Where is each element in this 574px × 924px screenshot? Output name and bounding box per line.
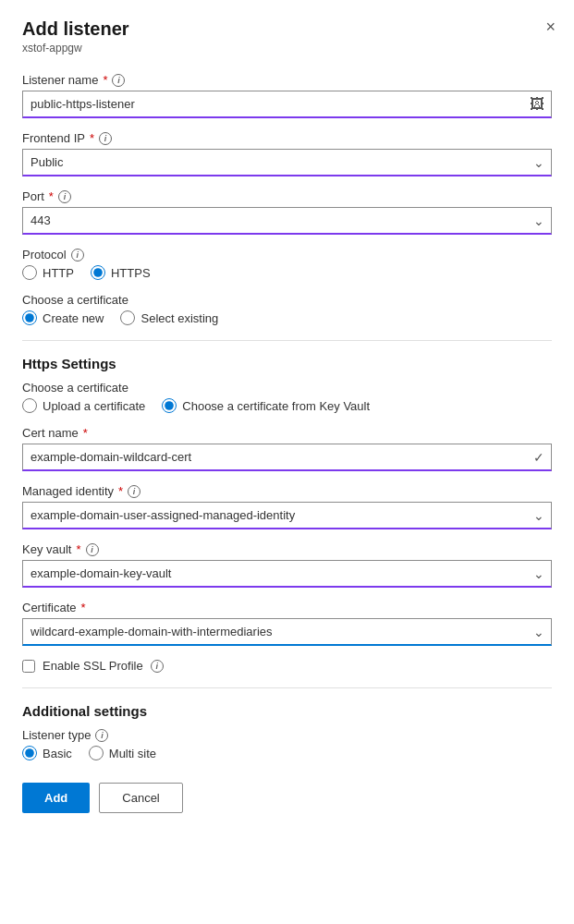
upload-cert-option[interactable]: Upload a certificate — [22, 398, 145, 413]
port-required: * — [49, 189, 54, 203]
managed-identity-info-icon[interactable]: i — [128, 485, 140, 498]
port-text: Port — [22, 189, 44, 203]
key-vault-select[interactable]: example-domain-key-vault — [22, 560, 552, 588]
frontend-ip-label: Frontend IP * i — [22, 131, 552, 145]
frontend-ip-text: Frontend IP — [22, 131, 85, 145]
certificate-select[interactable]: wildcard-example-domain-with-intermediar… — [22, 618, 552, 646]
choose-certificate-radio-group: Create new Select existing — [22, 310, 552, 325]
create-new-option[interactable]: Create new — [22, 310, 104, 325]
select-existing-option[interactable]: Select existing — [120, 310, 218, 325]
cert-name-input[interactable] — [22, 444, 552, 471]
cancel-button[interactable]: Cancel — [99, 783, 182, 813]
keyvault-cert-radio[interactable] — [162, 398, 177, 413]
ssl-profile-group: Enable SSL Profile i — [22, 659, 552, 673]
choose-certificate-label: Choose a certificate — [22, 293, 552, 307]
certificate-required: * — [81, 601, 86, 614]
listener-name-icon: 🖼 — [530, 96, 544, 113]
basic-option[interactable]: Basic — [22, 746, 72, 760]
managed-identity-text: Managed identity — [22, 484, 114, 498]
cert-name-input-wrapper: ✓ — [22, 444, 552, 471]
basic-radio[interactable] — [22, 746, 37, 760]
select-existing-radio[interactable] — [120, 310, 135, 325]
certificate-label: Certificate * — [22, 601, 552, 614]
managed-identity-select-wrapper: example-domain-user-assigned-managed-ide… — [22, 502, 552, 529]
protocol-https-label: HTTPS — [111, 266, 151, 280]
managed-identity-select[interactable]: example-domain-user-assigned-managed-ide… — [22, 502, 552, 529]
listener-name-info-icon[interactable]: i — [112, 74, 125, 87]
listener-type-info-icon[interactable]: i — [95, 729, 108, 742]
keyvault-cert-option[interactable]: Choose a certificate from Key Vault — [162, 398, 370, 413]
managed-identity-required: * — [118, 484, 123, 498]
https-choose-cert-group: Choose a certificate Upload a certificat… — [22, 381, 552, 413]
listener-name-required: * — [103, 73, 107, 87]
close-button[interactable]: × — [545, 18, 556, 35]
divider-1 — [22, 340, 552, 341]
key-vault-group: Key vault * i example-domain-key-vault ⌄ — [22, 542, 552, 588]
ssl-profile-label: Enable SSL Profile — [43, 659, 143, 673]
key-vault-info-icon[interactable]: i — [86, 543, 99, 556]
cert-name-text: Cert name — [22, 426, 79, 440]
port-label: Port * i — [22, 189, 552, 203]
key-vault-select-wrapper: example-domain-key-vault ⌄ — [22, 560, 552, 588]
frontend-ip-select[interactable]: Public Private — [22, 149, 552, 176]
listener-name-input-wrapper: 🖼 — [22, 91, 552, 118]
add-listener-panel: Add listener xstof-appgw × Listener name… — [0, 0, 574, 924]
cert-name-label: Cert name * — [22, 426, 552, 440]
ssl-profile-checkbox[interactable] — [22, 660, 35, 673]
frontend-ip-info-icon[interactable]: i — [99, 132, 112, 145]
listener-name-input[interactable] — [22, 91, 552, 118]
select-existing-label: Select existing — [140, 311, 218, 325]
footer-buttons: Add Cancel — [22, 783, 552, 813]
panel-title: Add listener — [22, 18, 552, 40]
protocol-label: Protocol i — [22, 248, 552, 261]
certificate-group: Certificate * wildcard-example-domain-wi… — [22, 601, 552, 646]
choose-certificate-group: Choose a certificate Create new Select e… — [22, 293, 552, 325]
cert-name-required: * — [83, 426, 88, 440]
managed-identity-label: Managed identity * i — [22, 484, 552, 498]
cert-name-group: Cert name * ✓ — [22, 426, 552, 471]
additional-settings-heading: Additional settings — [22, 703, 552, 719]
protocol-https-option[interactable]: HTTPS — [91, 265, 151, 280]
certificate-text: Certificate — [22, 601, 77, 614]
upload-cert-radio[interactable] — [22, 398, 37, 413]
port-info-icon[interactable]: i — [58, 190, 71, 203]
protocol-http-option[interactable]: HTTP — [22, 265, 74, 280]
frontend-ip-required: * — [90, 131, 94, 145]
protocol-group: Protocol i HTTP HTTPS — [22, 248, 552, 280]
add-button[interactable]: Add — [22, 783, 90, 813]
create-new-label: Create new — [43, 311, 104, 325]
protocol-info-icon[interactable]: i — [71, 249, 84, 261]
multi-site-radio[interactable] — [89, 746, 104, 760]
frontend-ip-group: Frontend IP * i Public Private ⌄ — [22, 131, 552, 176]
create-new-radio[interactable] — [22, 310, 37, 325]
port-group: Port * i 443 ⌄ — [22, 189, 552, 235]
keyvault-cert-label: Choose a certificate from Key Vault — [182, 399, 370, 413]
port-select-wrapper: 443 ⌄ — [22, 207, 552, 235]
ssl-profile-info-icon[interactable]: i — [151, 660, 164, 673]
protocol-text: Protocol — [22, 248, 67, 261]
protocol-https-radio[interactable] — [91, 265, 105, 280]
basic-label: Basic — [43, 747, 72, 760]
ssl-profile-checkbox-label[interactable]: Enable SSL Profile i — [22, 659, 552, 673]
listener-name-label: Listener name * i — [22, 73, 552, 87]
listener-type-label: Listener type i — [22, 728, 552, 742]
upload-cert-label: Upload a certificate — [43, 399, 145, 413]
listener-name-text: Listener name — [22, 73, 98, 87]
panel-subtitle: xstof-appgw — [22, 42, 552, 55]
port-select[interactable]: 443 — [22, 207, 552, 235]
protocol-radio-group: HTTP HTTPS — [22, 265, 552, 280]
listener-type-group: Listener type i Basic Multi site — [22, 728, 552, 760]
listener-type-text: Listener type — [22, 728, 91, 742]
https-choose-cert-label: Choose a certificate — [22, 381, 552, 395]
key-vault-label: Key vault * i — [22, 542, 552, 556]
protocol-http-radio[interactable] — [22, 265, 37, 280]
certificate-select-wrapper: wildcard-example-domain-with-intermediar… — [22, 618, 552, 646]
frontend-ip-select-wrapper: Public Private ⌄ — [22, 149, 552, 176]
listener-type-radio-group: Basic Multi site — [22, 746, 552, 760]
choose-certificate-text: Choose a certificate — [22, 293, 128, 307]
managed-identity-group: Managed identity * i example-domain-user… — [22, 484, 552, 529]
divider-2 — [22, 687, 552, 688]
protocol-http-label: HTTP — [43, 266, 74, 280]
https-cert-radio-group: Upload a certificate Choose a certificat… — [22, 398, 552, 413]
multi-site-option[interactable]: Multi site — [89, 746, 156, 760]
